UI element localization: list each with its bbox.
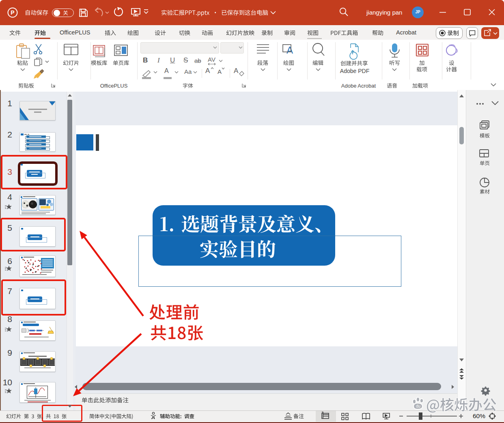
svg-text:du: du <box>416 404 420 408</box>
